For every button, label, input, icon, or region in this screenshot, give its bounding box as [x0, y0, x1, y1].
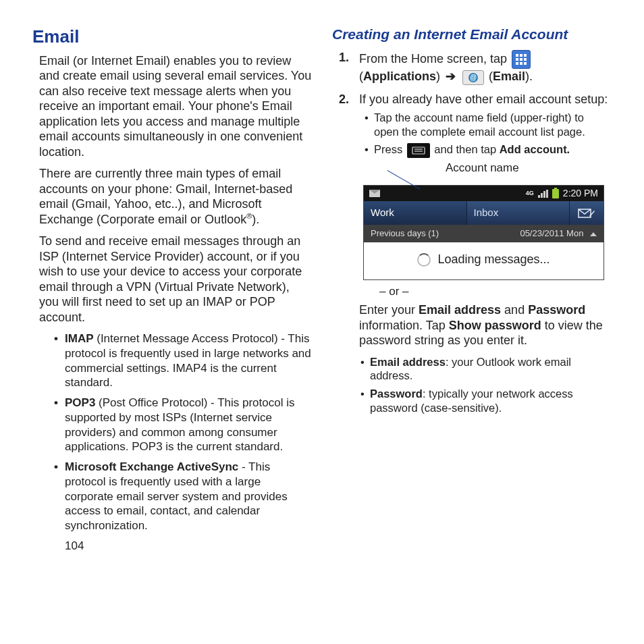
b2-bold: Add account.	[500, 143, 570, 155]
network-indicator: 4G	[526, 190, 534, 197]
left-column: Email Email (or Internet Email) enables …	[32, 26, 312, 553]
applications-icon	[512, 50, 531, 69]
callout-label: Account name	[446, 161, 519, 175]
step2-bullet-2: Press and then tap Add account.	[365, 142, 612, 158]
email-app-icon: @	[462, 70, 484, 85]
step-1: From the Home screen, tap (Applica	[339, 50, 612, 84]
def-pwd-b: Password	[370, 387, 423, 400]
collapse-arrow-icon	[590, 232, 597, 236]
svg-rect-3	[516, 58, 518, 61]
subsection-title: Creating an Internet Email Account	[332, 26, 612, 43]
step-2: If you already have other email account …	[339, 92, 612, 415]
or-separator: – or –	[379, 284, 612, 298]
step2-sublist: Tap the account name field (upper-right)…	[359, 111, 612, 158]
step1-apps-label: Applications	[363, 70, 436, 83]
svg-rect-1	[520, 54, 522, 57]
step1-pre: From the Home screen, tap	[359, 52, 510, 65]
steps-list: From the Home screen, tap (Applica	[332, 50, 612, 414]
def-password: Password: typically your network access …	[360, 387, 612, 414]
section-title-email: Email	[32, 26, 312, 48]
status-icons: 4G 2:20 PM	[526, 188, 598, 200]
date-label: 05/23/2011 Mon	[520, 228, 583, 238]
eas-label: Microsoft Exchange ActiveSync	[65, 460, 238, 473]
enter-b1: Email address	[419, 303, 501, 317]
svg-rect-2	[524, 54, 527, 57]
signal-bars-icon	[538, 190, 548, 198]
step1-email-label: Email	[493, 70, 525, 83]
svg-rect-7	[520, 62, 522, 65]
svg-rect-6	[516, 62, 518, 65]
page-number: 104	[32, 539, 312, 553]
left-body: Email (or Internet Email) enables you to…	[32, 53, 312, 533]
menu-key-icon	[407, 143, 430, 158]
battery-icon	[552, 189, 559, 198]
def-email-address: Email address: your Outlook work email a…	[360, 355, 612, 383]
step2-text: If you already have other email account …	[359, 92, 608, 106]
pop3-desc: (Post Office Protocol) - This protocol i…	[65, 396, 294, 453]
protocol-eas: Microsoft Exchange ActiveSync - This pro…	[54, 460, 312, 533]
tab-account-name[interactable]: Work	[364, 201, 467, 225]
b2-pre: Press	[374, 143, 406, 155]
screenshot-figure: Account name 4G 2:20 PM	[359, 162, 612, 280]
protocol-imap: IMAP (Internet Message Access Protocol) …	[54, 331, 312, 390]
loading-row: Loading messages...	[364, 242, 603, 279]
tab-inbox[interactable]: Inbox	[467, 201, 570, 225]
protocol-pop3: POP3 (Post Office Protocol) - This proto…	[54, 396, 312, 454]
enter-b3: Show password	[449, 319, 541, 332]
enter-pre: Enter your	[359, 303, 419, 317]
right-column: Creating an Internet Email Account From …	[332, 26, 612, 553]
intro-paragraph-2: There are currently three main types of …	[39, 166, 312, 227]
protocol-list: IMAP (Internet Message Access Protocol) …	[39, 331, 312, 533]
svg-rect-9	[412, 147, 425, 154]
credentials-defs: Email address: your Outlook work email a…	[359, 355, 612, 415]
clock-time: 2:20 PM	[563, 188, 598, 200]
enter-mid2: information. Tap	[359, 319, 449, 332]
intro-paragraph-1: Email (or Internet Email) enables you to…	[39, 53, 312, 160]
imap-label: IMAP	[65, 332, 94, 345]
intro-paragraph-3: To send and receive email messages throu…	[39, 234, 312, 325]
step2-bullet-1: Tap the account name field (upper-right)…	[365, 111, 612, 138]
enter-mid1: and	[501, 303, 528, 317]
enter-b2: Password	[528, 303, 585, 317]
notification-mail-icon	[369, 190, 380, 197]
callout-account-name: Account name	[406, 162, 612, 185]
b2-mid: and then tap	[434, 143, 499, 155]
svg-rect-8	[524, 62, 527, 65]
previous-days-label: Previous days (1)	[371, 228, 439, 239]
enter-credentials-paragraph: Enter your Email address and Password in…	[359, 302, 612, 348]
p2-post: ).	[252, 213, 259, 226]
two-column-layout: Email Email (or Internet Email) enables …	[32, 26, 612, 553]
pop3-label: POP3	[65, 396, 95, 409]
arrow-icon: ➔	[446, 70, 456, 83]
loading-text: Loading messages...	[437, 252, 549, 267]
account-tab-row: Work Inbox	[364, 201, 603, 225]
compose-button[interactable]	[570, 201, 603, 225]
svg-rect-0	[516, 54, 518, 57]
loading-spinner-icon	[417, 253, 431, 267]
date-group-row[interactable]: Previous days (1) 05/23/2011 Mon	[364, 225, 603, 242]
svg-rect-5	[524, 58, 527, 61]
svg-rect-4	[520, 58, 522, 61]
imap-desc: (Internet Message Access Protocol) - Thi…	[65, 332, 311, 389]
def-email-b: Email address	[370, 356, 446, 368]
